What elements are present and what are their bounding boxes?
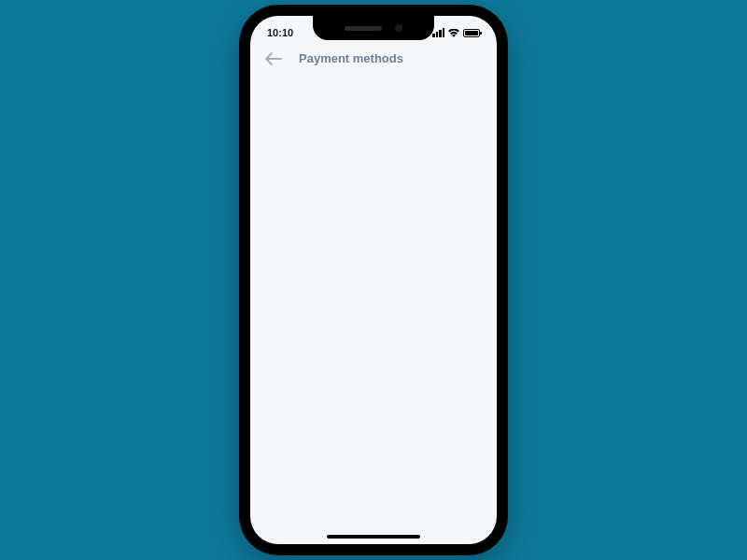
phone-notch <box>313 16 434 40</box>
phone-screen: 10:10 Payment methods <box>250 16 497 544</box>
notch-speaker <box>345 26 382 31</box>
notch-camera <box>395 24 402 32</box>
home-indicator[interactable] <box>327 535 420 539</box>
wifi-icon <box>448 29 459 37</box>
cellular-signal-icon <box>432 28 444 37</box>
page-title: Payment methods <box>299 51 403 65</box>
status-time: 10:10 <box>267 27 314 38</box>
back-arrow-icon[interactable] <box>265 52 282 65</box>
app-header: Payment methods <box>250 44 497 73</box>
battery-icon <box>463 29 480 37</box>
phone-device-frame: 10:10 Payment methods <box>239 5 508 555</box>
